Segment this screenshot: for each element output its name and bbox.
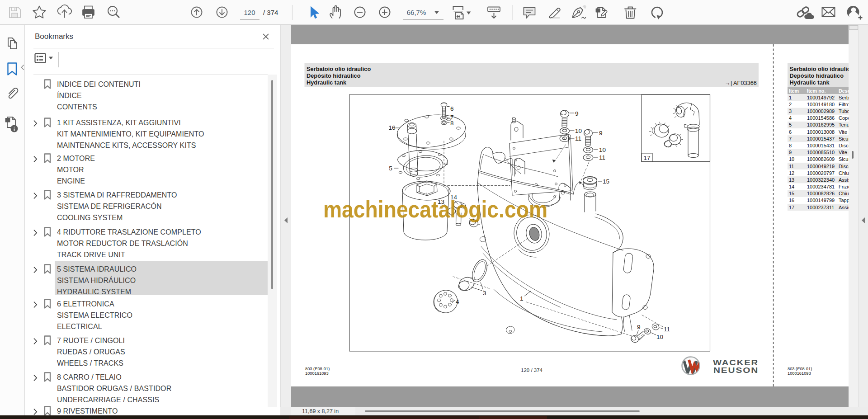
svg-text:Desc: Desc xyxy=(839,88,849,94)
svg-text:9: 9 xyxy=(599,130,603,137)
svg-text:17: 17 xyxy=(789,205,794,210)
svg-text:10: 10 xyxy=(789,156,794,162)
svg-text:1: 1 xyxy=(520,295,524,302)
svg-text:1000015437: 1000015437 xyxy=(807,136,835,141)
svg-text:Assis: Assis xyxy=(839,205,849,210)
svg-text:1000237311: 1000237311 xyxy=(807,205,834,210)
svg-text:Disco: Disco xyxy=(839,164,849,169)
svg-text:Tapp: Tapp xyxy=(839,198,849,203)
svg-text:Chius: Chius xyxy=(839,191,849,196)
svg-text:15: 15 xyxy=(603,178,609,185)
svg-text:16: 16 xyxy=(789,198,794,203)
svg-text:Hydraulic tank: Hydraulic tank xyxy=(307,79,347,86)
svg-text:Depósito hidraúlico: Depósito hidraúlico xyxy=(307,72,361,79)
svg-text:11: 11 xyxy=(664,326,670,333)
svg-text:14: 14 xyxy=(789,184,794,189)
svg-text:11: 11 xyxy=(599,154,605,161)
svg-text:1000154586: 1000154586 xyxy=(807,115,835,121)
svg-text:15: 15 xyxy=(789,191,794,196)
svg-text:10: 10 xyxy=(599,146,606,153)
svg-text:2: 2 xyxy=(789,102,792,107)
svg-text:8: 8 xyxy=(789,143,792,148)
svg-text:9: 9 xyxy=(575,110,579,117)
svg-text:9: 9 xyxy=(637,324,641,330)
svg-text:1000049219: 1000049219 xyxy=(807,164,835,169)
svg-text:1000082826: 1000082826 xyxy=(807,191,835,196)
svg-text:Vite a: Vite a xyxy=(839,129,849,135)
svg-text:1000020797: 1000020797 xyxy=(807,170,835,176)
svg-text:11: 11 xyxy=(789,164,794,169)
svg-text:Depósito hidraúlico: Depósito hidraúlico xyxy=(790,72,844,79)
svg-text:13: 13 xyxy=(789,177,794,183)
svg-text:17: 17 xyxy=(643,155,650,161)
svg-text:1000149792: 1000149792 xyxy=(807,95,835,100)
svg-text:120: 120 xyxy=(244,9,255,16)
svg-text:Serbatoio olio idraulic: Serbatoio olio idraulic xyxy=(790,66,849,72)
svg-text:66,7%: 66,7% xyxy=(407,9,426,16)
svg-text:6: 6 xyxy=(450,105,454,112)
svg-text:16: 16 xyxy=(388,124,395,131)
svg-text:803 (E08-01): 803 (E08-01) xyxy=(305,367,330,371)
svg-text:5: 5 xyxy=(789,122,792,127)
svg-text:NEUSON: NEUSON xyxy=(713,366,759,375)
svg-text:Sicur: Sicur xyxy=(839,136,849,141)
svg-text:120 / 374: 120 / 374 xyxy=(521,367,543,373)
svg-text:4: 4 xyxy=(456,298,459,305)
svg-text:3: 3 xyxy=(789,108,792,114)
svg-text:1000161093: 1000161093 xyxy=(305,371,329,376)
svg-text:4: 4 xyxy=(789,115,792,121)
svg-text:Tenu: Tenu xyxy=(839,122,849,127)
svg-text:Item no.: Item no. xyxy=(807,88,826,94)
svg-text:Item: Item xyxy=(789,88,799,94)
svg-text:6: 6 xyxy=(789,129,792,135)
svg-text:803 (E08-01): 803 (E08-01) xyxy=(788,367,812,371)
svg-text:1000322340: 1000322340 xyxy=(807,177,835,183)
svg-text:Serb: Serb xyxy=(839,95,849,100)
svg-text:9: 9 xyxy=(789,150,792,155)
svg-text:1000161093: 1000161093 xyxy=(788,371,811,376)
svg-text:Assis: Assis xyxy=(839,177,849,183)
svg-text:8: 8 xyxy=(450,120,454,127)
svg-text:WACKER: WACKER xyxy=(713,358,759,367)
svg-text:/ 374: / 374 xyxy=(263,9,278,16)
svg-text:Chius: Chius xyxy=(839,170,849,176)
svg-text:1000013008: 1000013008 xyxy=(807,129,835,135)
svg-text:5: 5 xyxy=(389,165,392,172)
svg-text:1: 1 xyxy=(789,95,792,100)
svg-text:1000149799: 1000149799 xyxy=(807,198,835,203)
svg-text:10: 10 xyxy=(656,334,663,340)
svg-text:Filtro: Filtro xyxy=(839,102,849,107)
svg-text:Frizio: Frizio xyxy=(839,184,849,189)
svg-text:7: 7 xyxy=(789,136,792,141)
svg-text:Serbatoio olio idraulico: Serbatoio olio idraulico xyxy=(307,66,371,72)
svg-text:11: 11 xyxy=(575,135,581,142)
svg-text:1000015431: 1000015431 xyxy=(807,143,835,148)
svg-text:Sicur: Sicur xyxy=(839,156,849,162)
svg-text:1000085510: 1000085510 xyxy=(807,150,835,155)
svg-text:3: 3 xyxy=(483,290,486,297)
svg-text:→| AF03366: →| AF03366 xyxy=(725,80,757,86)
svg-text:1000002989: 1000002989 xyxy=(807,108,835,114)
svg-text:1000234781: 1000234781 xyxy=(807,184,835,189)
svg-text:Cope: Cope xyxy=(839,115,849,121)
svg-text:1000082609: 1000082609 xyxy=(807,156,835,162)
svg-text:Tubo: Tubo xyxy=(839,108,849,114)
svg-text:machinecatalogic.com: machinecatalogic.com xyxy=(323,196,547,222)
svg-text:1000162995: 1000162995 xyxy=(807,122,835,127)
svg-text:10: 10 xyxy=(575,127,582,134)
svg-text:Disco: Disco xyxy=(839,143,849,148)
svg-text:Hydraulic tank: Hydraulic tank xyxy=(790,79,830,86)
svg-text:1000149180: 1000149180 xyxy=(807,102,835,107)
svg-text:12: 12 xyxy=(789,170,794,176)
svg-text:Vite c: Vite c xyxy=(839,150,849,155)
